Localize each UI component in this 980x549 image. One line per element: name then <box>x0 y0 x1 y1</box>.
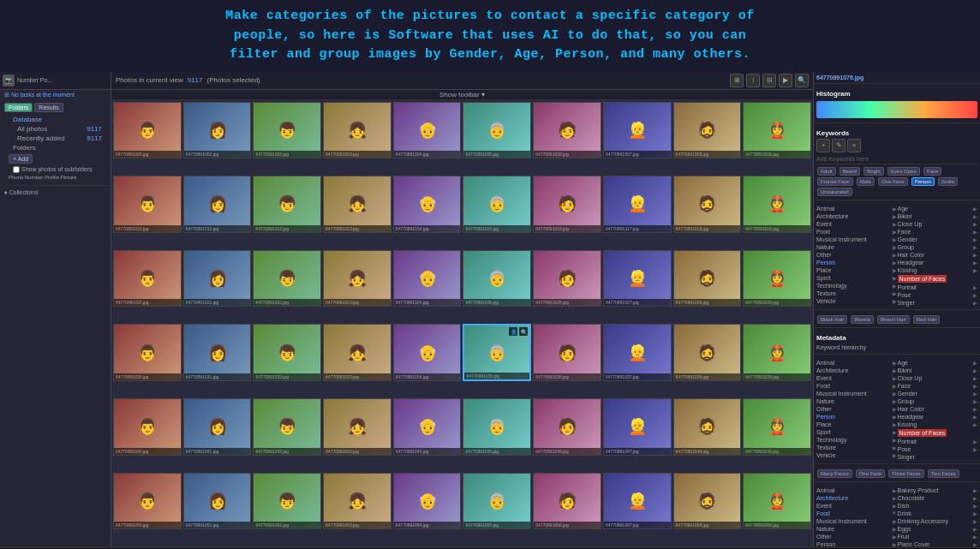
haircolor-filter[interactable]: Hair Color▶ <box>898 251 978 259</box>
photo-cell[interactable]: 👨64770891020.jpg <box>113 250 182 307</box>
sidebar-menu-item[interactable]: ⊞ No tasks at the moment <box>0 90 111 100</box>
photo-cell[interactable]: 👱64770891047.jpg <box>603 398 672 455</box>
fc-portrait[interactable]: Portrait▶ <box>898 438 978 445</box>
photo-cell[interactable]: 🧔64770891008.jpg <box>673 102 742 158</box>
filter-adult[interactable]: Adult <box>817 167 836 176</box>
b-person[interactable]: Person▶ <box>816 540 897 547</box>
cat-vehicle[interactable]: Vehicle▶ <box>816 297 897 305</box>
photo-cell[interactable]: 👴64770891014.jpg <box>393 176 462 232</box>
add-button[interactable]: + Add <box>9 154 33 164</box>
photo-cell[interactable]: 🧑64770891016.jpg <box>533 176 601 232</box>
food-bakery[interactable]: Bakery Product▶ <box>898 486 978 494</box>
fc-kissing[interactable]: Kissing▶ <box>898 421 978 428</box>
photo-cell[interactable]: 👲64770891059.jpg <box>743 473 811 529</box>
photo-cell[interactable]: 👱64770891007.jpg <box>603 102 672 158</box>
filter-icon-btn[interactable]: ⊟ <box>762 74 776 87</box>
photo-cell[interactable]: 👱64770891057.jpg <box>603 473 672 529</box>
tag-red-hair[interactable]: Red Hair <box>913 315 941 324</box>
m-texture[interactable]: Texture▶ <box>816 444 897 451</box>
photo-cell[interactable]: 🧑64770891026.jpg <box>533 250 601 307</box>
view-icon-btn[interactable]: ⊞ <box>730 74 744 87</box>
b-event[interactable]: Event▶ <box>816 502 897 510</box>
show-toolbar-bar[interactable]: Show toolbar ▾ <box>111 90 813 100</box>
gender-filter[interactable]: Gender▶ <box>898 236 978 243</box>
bikini-filter[interactable]: Bikini▶ <box>898 212 978 220</box>
tag-brown-hair[interactable]: Brown Hair <box>877 315 910 324</box>
results-tab[interactable]: Results <box>34 103 63 112</box>
cat-architecture[interactable]: Architecture▶ <box>816 212 897 220</box>
photo-cell[interactable]: 👲64770891019.jpg <box>743 176 811 232</box>
filter-smile[interactable]: Smile <box>938 177 958 186</box>
numfaces-filter[interactable]: Number of Faces <box>898 274 978 283</box>
photo-cell[interactable]: 🧔64770891028.jpg <box>673 250 742 307</box>
search-icon-btn[interactable]: 🔍 <box>795 74 809 87</box>
fc-closeup[interactable]: Close Up▶ <box>898 374 978 382</box>
filter-person[interactable]: Person <box>911 177 935 186</box>
m-person[interactable]: Person▶ <box>816 413 897 421</box>
photo-cell[interactable]: 👲64770891009.jpg <box>743 102 811 158</box>
photo-cell[interactable]: 🧑64770891046.jpg <box>533 398 601 455</box>
database-item[interactable]: Database <box>4 115 106 124</box>
fc-numfaces[interactable]: Number of Faces <box>898 428 978 438</box>
photo-cell[interactable]: 👨64770891010.jpg <box>113 176 182 232</box>
keyword-add-btn[interactable]: + <box>816 139 830 152</box>
photo-cell[interactable]: 👨64770891030.jpg <box>113 324 182 380</box>
photo-cell[interactable]: 👴64770891054.jpg <box>393 473 462 529</box>
photo-cell[interactable]: 👱64770891037.jpg <box>603 324 672 380</box>
group-filter[interactable]: Group▶ <box>898 243 978 251</box>
photo-cell[interactable]: 👧64770891023.jpg <box>323 250 391 307</box>
tag-two-faces[interactable]: Two Faces <box>928 469 959 478</box>
tag-many-faces[interactable]: Many Faces <box>817 469 852 478</box>
closeup-filter[interactable]: Close Up▶ <box>898 220 978 228</box>
photo-cell[interactable]: 🧑64770891056.jpg <box>533 473 601 529</box>
m-event[interactable]: Event▶ <box>816 374 897 382</box>
photo-cell[interactable]: 👩64770891031.jpg <box>183 324 252 380</box>
photo-cell[interactable]: 👦64770891052.jpg <box>253 473 321 529</box>
kissing-filter[interactable]: Kissing▶ <box>898 266 978 274</box>
b-architecture[interactable]: Architecture▶ <box>816 494 897 502</box>
photo-cell[interactable]: 🧔64770891038.jpg <box>673 324 742 380</box>
filter-one-face[interactable]: One Face <box>878 177 907 186</box>
photo-cell[interactable]: 👦64770891002.jpg <box>253 102 321 158</box>
keyword-edit-btn[interactable]: ✎ <box>832 139 846 152</box>
slideshow-icon-btn[interactable]: ▶ <box>779 74 792 87</box>
photo-select-btn[interactable]: 👤 <box>509 327 517 336</box>
photo-cell[interactable]: 🧔64770891018.jpg <box>673 176 742 232</box>
photo-cell[interactable]: 👴64770891044.jpg <box>393 398 462 455</box>
age-filter[interactable]: Age▶ <box>898 205 978 212</box>
photo-cell[interactable]: 👨64770891000.jpg <box>113 102 182 158</box>
filter-frontal-face[interactable]: Frontal Face <box>817 177 853 186</box>
photo-cell[interactable]: 👧64770891053.jpg <box>323 473 391 529</box>
filter-male[interactable]: Male <box>857 177 875 186</box>
add-keywords-placeholder[interactable]: Add Keywords here <box>816 154 977 164</box>
photo-cell[interactable]: 👲64770891039.jpg <box>743 324 811 380</box>
cat-place[interactable]: Place▶ <box>816 266 897 274</box>
pose-filter[interactable]: Pose▶ <box>898 291 978 299</box>
food-eggs[interactable]: Eggs▶ <box>898 525 978 533</box>
keyword-delete-btn[interactable]: × <box>847 139 861 152</box>
b-musical[interactable]: Musical Instrument▶ <box>816 517 897 525</box>
photo-cell[interactable]: 👵64770891045.jpg <box>463 398 531 455</box>
photo-cell[interactable]: 👦64770891012.jpg <box>253 176 321 232</box>
folders-tab[interactable]: Folders <box>4 103 33 112</box>
sort-icon-btn[interactable]: ↕ <box>746 74 760 87</box>
photo-cell[interactable]: 🧔64770891048.jpg <box>673 398 742 455</box>
tag-one-face[interactable]: One Face <box>856 469 885 478</box>
fc-headgear[interactable]: Headgear▶ <box>898 413 978 421</box>
cat-technology[interactable]: Technology▶ <box>816 282 897 289</box>
photo-cell[interactable]: 👩64770891011.jpg <box>183 176 252 232</box>
filter-unsaturated[interactable]: Unsaturated <box>817 188 852 196</box>
photo-cell[interactable]: 👴64770891034.jpg <box>393 324 462 380</box>
recently-added-item[interactable]: Recently added 9117 <box>4 134 106 143</box>
add-folder-btn[interactable]: + Add <box>4 152 106 165</box>
food-fruit[interactable]: Fruit▶ <box>898 533 978 540</box>
cat-texture[interactable]: Texture▶ <box>816 289 897 297</box>
fc-haircolor[interactable]: Hair Color▶ <box>898 405 978 413</box>
photo-cell[interactable]: 👨64770891040.jpg <box>113 398 182 455</box>
photo-cell[interactable]: 🧑64770891036.jpg <box>533 324 601 380</box>
m-architecture[interactable]: Architecture▶ <box>816 367 897 374</box>
photo-cell[interactable]: 👨64770891050.jpg <box>113 473 182 529</box>
photo-cell[interactable]: 👧64770891013.jpg <box>323 176 391 232</box>
fc-bikini[interactable]: Bikini▶ <box>898 367 978 374</box>
fc-face[interactable]: Face▶ <box>898 382 978 390</box>
